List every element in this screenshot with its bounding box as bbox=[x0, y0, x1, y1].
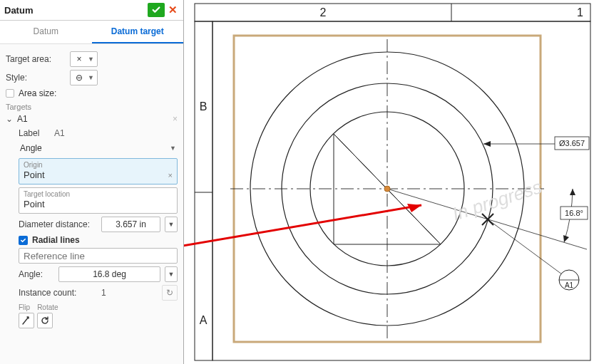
origin-field[interactable]: Origin Point × bbox=[19, 158, 178, 184]
diameter-dimension: Ø3.657 bbox=[483, 137, 589, 150]
target-details: Label A1 Angle ▼ Origin Point × Target l… bbox=[19, 128, 178, 328]
svg-line-7 bbox=[488, 219, 562, 274]
instance-count-row: Instance count: 1 ↻ bbox=[19, 285, 178, 301]
target-node-a1[interactable]: ⌄ A1 × bbox=[6, 113, 178, 125]
radial-lines-checkbox[interactable] bbox=[19, 236, 28, 245]
radial-lines-label: Radial lines bbox=[32, 235, 80, 245]
clear-origin-button[interactable]: × bbox=[168, 171, 173, 180]
svg-line-10 bbox=[184, 205, 421, 261]
title-row-frame bbox=[195, 4, 590, 21]
refresh-icon: ↻ bbox=[166, 288, 173, 298]
rotate-label: Rotate bbox=[37, 303, 58, 311]
rotate-button[interactable] bbox=[37, 313, 53, 328]
style-row: Style: ⊖ ▼ bbox=[6, 70, 178, 85]
area-size-row: Area size: bbox=[6, 88, 178, 98]
panel-title: Datum bbox=[4, 5, 33, 16]
instance-count-label: Instance count: bbox=[19, 288, 97, 298]
reference-line-input[interactable] bbox=[19, 248, 178, 264]
col-label-2: 2 bbox=[320, 6, 327, 19]
target-area-row: Target area: × ▼ bbox=[6, 51, 178, 67]
row-label-b: B bbox=[200, 100, 208, 113]
radial-lines-row: Radial lines bbox=[19, 235, 178, 245]
flip-label: Flip bbox=[19, 303, 30, 311]
targets-section-label: Targets bbox=[6, 103, 178, 111]
style-symbol-icon: ⊖ bbox=[73, 73, 85, 83]
chevron-down-icon: ▼ bbox=[170, 145, 176, 152]
instance-refresh-button[interactable]: ↻ bbox=[162, 285, 178, 301]
row-label-a: A bbox=[200, 314, 208, 326]
diameter-callout-text: Ø3.657 bbox=[559, 139, 585, 147]
chevron-down-icon: ▼ bbox=[88, 74, 94, 81]
label-row: Label A1 bbox=[19, 128, 178, 138]
panel-header-actions: ✕ bbox=[148, 3, 179, 17]
diameter-distance-dropdown[interactable]: ▼ bbox=[165, 217, 178, 232]
close-icon: ✕ bbox=[168, 4, 178, 16]
tabs: Datum Datum target bbox=[0, 21, 183, 44]
chevron-down-icon: ▼ bbox=[88, 56, 94, 63]
chevron-down-icon[interactable]: ⌄ bbox=[6, 114, 14, 124]
target-area-symbol-icon: × bbox=[73, 54, 85, 64]
label-label: Label bbox=[19, 128, 54, 138]
flip-button[interactable] bbox=[19, 313, 34, 328]
check-icon bbox=[20, 237, 26, 244]
drawing-canvas[interactable]: 2 1 B A bbox=[184, 0, 594, 364]
origin-label: Origin bbox=[24, 161, 173, 169]
datum-balloon-text: A1 bbox=[565, 281, 574, 289]
angle-callout-text: 16.8° bbox=[565, 209, 583, 217]
datum-target-balloon: A1 bbox=[488, 219, 579, 290]
check-icon bbox=[151, 5, 161, 15]
style-combo[interactable]: ⊖ ▼ bbox=[70, 70, 98, 85]
angle-row: Angle: 16.8 deg ▼ bbox=[19, 266, 178, 282]
row-label-column bbox=[195, 21, 212, 360]
angle-dimension: 16.8° bbox=[560, 189, 588, 242]
origin-point bbox=[384, 186, 390, 192]
instance-count-value: 1 bbox=[101, 288, 158, 298]
form-body: Target area: × ▼ Style: ⊖ ▼ Area size: T… bbox=[0, 44, 183, 364]
ok-button[interactable] bbox=[148, 3, 165, 17]
target-name: A1 bbox=[17, 114, 28, 124]
col-label-1: 1 bbox=[577, 6, 583, 19]
diameter-distance-label: Diameter distance: bbox=[19, 219, 97, 229]
target-area-combo[interactable]: × ▼ bbox=[70, 51, 98, 67]
diameter-distance-row: Diameter distance: 3.657 in ▼ bbox=[19, 217, 178, 232]
area-size-checkbox[interactable] bbox=[6, 89, 14, 98]
tab-datum[interactable]: Datum bbox=[0, 21, 92, 43]
target-location-label: Target location bbox=[24, 190, 173, 198]
drawing-geometry: Ø3.657 16.8° A1 In progress bbox=[230, 39, 589, 338]
drawing-svg: 2 1 B A bbox=[184, 0, 594, 364]
cancel-button[interactable]: ✕ bbox=[166, 4, 179, 16]
angle-type-row[interactable]: Angle ▼ bbox=[19, 141, 178, 155]
target-area-label: Target area: bbox=[6, 54, 70, 64]
tab-datum-target[interactable]: Datum target bbox=[92, 21, 184, 43]
annotation-arrow bbox=[184, 204, 421, 261]
label-value: A1 bbox=[54, 128, 65, 138]
angle-input[interactable]: 16.8 deg bbox=[58, 266, 160, 282]
diameter-distance-input[interactable]: 3.657 in bbox=[101, 217, 160, 232]
angle-label: Angle: bbox=[19, 269, 54, 279]
origin-value: Point bbox=[24, 170, 45, 180]
datum-panel: Datum ✕ Datum Datum target Target area: … bbox=[0, 0, 184, 364]
target-location-field[interactable]: Target location Point bbox=[19, 187, 178, 214]
angle-dropdown[interactable]: ▼ bbox=[165, 266, 178, 282]
panel-header: Datum ✕ bbox=[0, 0, 183, 21]
rotate-icon bbox=[40, 316, 50, 326]
flip-rotate-section: Flip Rotate bbox=[19, 303, 178, 328]
flip-icon bbox=[21, 316, 31, 326]
style-label: Style: bbox=[6, 73, 70, 83]
angle-type-value: Angle bbox=[20, 143, 42, 153]
remove-target-button[interactable]: × bbox=[173, 114, 178, 124]
area-size-label: Area size: bbox=[19, 88, 56, 98]
target-location-value: Point bbox=[24, 199, 45, 209]
